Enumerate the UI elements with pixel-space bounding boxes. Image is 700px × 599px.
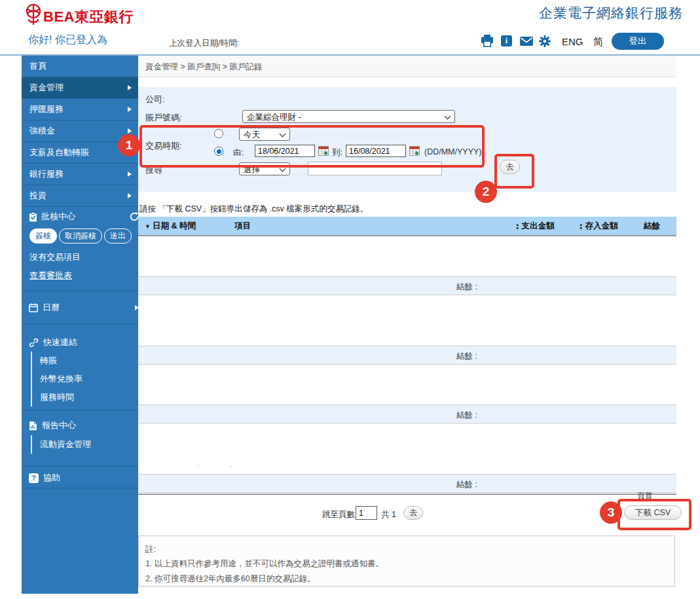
sidebar-item-label: 投資 (29, 190, 46, 202)
sidebar-item-investment[interactable]: 投資 (22, 185, 138, 207)
report-centre-label: 報告中心 (42, 420, 76, 431)
column-header-credit[interactable]: ▲▼ 存入金額 (579, 221, 617, 232)
quick-link-fx-rate[interactable]: 外幣兌換率 (40, 370, 83, 388)
account-number-label: 賬戶號碼: (145, 112, 182, 124)
quick-link-transfer[interactable]: 轉賬 (40, 352, 83, 370)
chevron-right-icon (128, 193, 132, 198)
no-transaction-text: 沒有交易項目 (22, 251, 146, 263)
column-label: 結餘 (644, 221, 660, 232)
annotation-step-1: 1 (118, 134, 140, 156)
sidebar-item-label: 資金管理 (29, 82, 64, 94)
info-icon[interactable]: i (501, 35, 512, 46)
chevron-right-icon (128, 172, 132, 177)
balance-label: 結餘 : (456, 410, 477, 421)
approval-centre-header[interactable]: 批核中心 (22, 208, 145, 225)
table-bottom-divider (138, 494, 676, 495)
annotation-box-period (139, 125, 485, 168)
account-select-value: 企業綜合理財 - (247, 113, 301, 122)
quick-links-header: 快速連結 (22, 336, 145, 349)
page-go-button[interactable]: 去 (403, 506, 423, 520)
report-document-icon (29, 421, 37, 431)
submit-button[interactable]: 送出 (104, 228, 132, 244)
page-title: 企業電子網絡銀行服務 (539, 4, 683, 22)
calendar-label: 日曆 (43, 302, 60, 314)
sidebar-item-trade-services[interactable]: 押匯服務 (22, 99, 138, 120)
balance-row: 結餘 : (138, 346, 676, 365)
chevron-right-icon (135, 305, 139, 310)
sidebar-divider (22, 466, 138, 467)
settings-gear-icon[interactable] (538, 35, 551, 48)
sidebar-item-banking-services[interactable]: 銀行服務 (22, 164, 138, 185)
sidebar-divider (22, 291, 138, 291)
sidebar-item-calendar[interactable]: 日曆 (22, 292, 145, 323)
jump-to-page-label: 跳至頁數 (322, 509, 355, 520)
bea-flower-logo-icon (24, 3, 43, 27)
sidebar-divider (22, 410, 138, 410)
stray-mark: 、 (197, 459, 204, 468)
report-centre-list: 流動資金管理 (31, 435, 91, 454)
column-header-debit[interactable]: ▲▼ 支出金額 (515, 221, 554, 232)
chevron-right-icon (128, 128, 132, 134)
sort-desc-icon: ▼ (145, 223, 151, 230)
logout-button[interactable]: 登出 (612, 33, 664, 50)
breadcrumb[interactable]: 資金管理 > 賬戶查詢 > 賬戶記錄 (145, 62, 263, 73)
column-label: 日期 & 時間 (153, 221, 196, 232)
sidebar-item-label: 銀行服務 (29, 168, 64, 180)
view-approval-table-link[interactable]: 查看審批表 (22, 270, 146, 281)
clipboard-icon (29, 212, 37, 222)
balance-row: 結餘 : (138, 276, 676, 295)
csv-hint-text: 請按 「下載 CSV」按鈕導出儲存為 .csv 檔案形式的交易記錄。 (139, 204, 368, 215)
brand-name: BEA東亞銀行 (43, 7, 134, 27)
footnotes-box: 註: 1. 以上資料只作參考用途，並不可以作為交易之證明書或通知書。 2. 你可… (138, 535, 675, 587)
column-header-datetime[interactable]: ▼ 日期 & 時間 (145, 221, 196, 232)
stray-mark: , (230, 461, 232, 468)
sidebar-item-funds-management[interactable]: 資金管理 (22, 77, 138, 99)
chevron-right-icon (128, 107, 132, 112)
column-header-balance: 結餘 (644, 221, 660, 232)
lang-english-link[interactable]: ENG (562, 36, 583, 47)
lang-simplified-link[interactable]: 简 (593, 36, 603, 48)
sidebar-item-home[interactable]: 首頁 (22, 56, 138, 77)
column-label: 項目 (234, 221, 251, 232)
chevron-right-icon (128, 85, 132, 90)
sign-button[interactable]: 簽核 (29, 228, 57, 244)
quick-link-service-hours[interactable]: 服務時間 (40, 388, 83, 407)
column-header-item: 項目 (234, 221, 251, 232)
report-link-liquidity[interactable]: 流動資金管理 (40, 435, 91, 454)
annotation-box-go (494, 154, 534, 189)
sidebar-item-label: 強積金 (29, 125, 55, 137)
sidebar-item-label: 首頁 (29, 60, 46, 72)
notes-title: 註: (145, 544, 156, 555)
cancel-sign-button[interactable]: 取消簽核 (59, 228, 102, 244)
report-centre-header: 報告中心 (22, 418, 145, 433)
approval-centre-label: 批核中心 (41, 211, 75, 223)
account-select[interactable]: 企業綜合理財 - (242, 110, 455, 123)
sidebar-divider (22, 488, 138, 488)
approval-buttons: 簽核 取消簽核 送出 (22, 228, 146, 244)
link-chain-icon (29, 338, 39, 348)
refresh-icon[interactable] (130, 212, 139, 221)
greeting-bar: 你好! 你已登入為 上次登入日期/時間: i ENG 简 登出 (0, 31, 700, 56)
sidebar-item-help[interactable]: ? 協助 (22, 470, 145, 486)
balance-label: 結餘 : (456, 281, 477, 293)
balance-label: 結餘 : (456, 351, 477, 362)
calendar-icon (29, 303, 38, 312)
balance-label: 結餘 : (456, 479, 477, 490)
company-label: 公司: (145, 94, 165, 105)
sidebar-nav: 首頁 資金管理 押匯服務 強積金 支薪及自動轉賬 銀行服務 投資 (22, 56, 138, 594)
sidebar-item-label: 支薪及自動轉賬 (29, 147, 89, 158)
help-label: 協助 (43, 472, 60, 484)
transactions-table-header: ▼ 日期 & 時間 項目 ▲▼ 支出金額 ▲▼ 存入金額 結餘 (138, 217, 676, 236)
mail-icon[interactable] (520, 37, 533, 50)
annotation-box-download (617, 499, 691, 530)
note-line: 2. 你可搜尋過往2年內最多60曆日的交易記錄。 (145, 573, 316, 585)
sidebar-divider (22, 323, 138, 324)
sort-both-icon: ▲▼ (515, 223, 519, 230)
quick-links-label: 快速連結 (43, 336, 77, 348)
balance-row: 結餘 : (138, 474, 676, 493)
total-pages-label: 共 1 (381, 509, 396, 520)
sidebar-item-label: 押匯服務 (29, 103, 64, 115)
print-icon[interactable] (481, 35, 494, 48)
bea-ebanking-page: BEA東亞銀行 企業電子網絡銀行服務 你好! 你已登入為 上次登入日期/時間: … (0, 0, 700, 599)
page-number-input[interactable] (356, 506, 377, 520)
